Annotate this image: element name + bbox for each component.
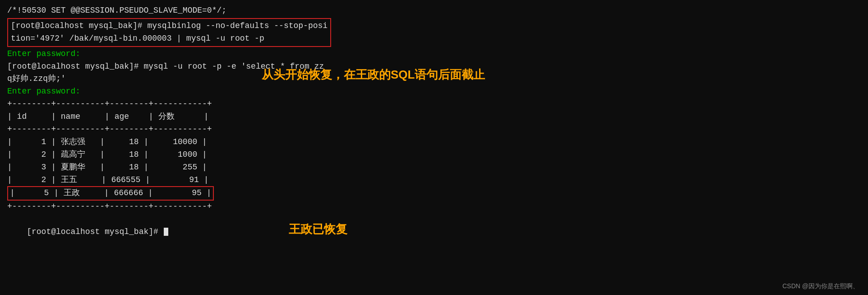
terminal-line-4: Enter password: xyxy=(7,48,861,61)
terminal-line-3: tion='4972' /bak/mysql-bin.000003 | mysq… xyxy=(11,33,328,45)
table-row-5-highlighted: | 5 | 王政 | 666666 | 95 | xyxy=(7,186,214,201)
table-row-5: | 5 | 王政 | 666666 | 95 | xyxy=(10,187,211,200)
terminal-line-7: Enter password: xyxy=(7,85,861,98)
table-row-4: | 2 | 王五 | 666555 | 91 | xyxy=(7,174,861,187)
terminal-line-2: [root@localhost mysql_bak]# mysqlbinlog … xyxy=(11,20,328,33)
table-separator-bottom: +--------+----------+--------+----------… xyxy=(7,201,861,213)
terminal-window: /*!50530 SET @@SESSION.PSEUDO_SLAVE_MODE… xyxy=(0,0,868,295)
cursor xyxy=(164,228,168,236)
table-row-1: | 1 | 张志强 | 18 | 10000 | xyxy=(7,136,861,149)
annotation-recover: 从头开始恢复，在王政的SQL语句后面截止 xyxy=(262,67,485,83)
watermark: CSDN @因为你是在熙啊、 xyxy=(782,282,859,290)
terminal-line-1: /*!50530 SET @@SESSION.PSEUDO_SLAVE_MODE… xyxy=(7,5,861,17)
table-header: | id | name | age | 分数 | xyxy=(7,111,861,123)
prompt-text: [root@localhost mysql_bak]# xyxy=(27,227,163,236)
terminal-prompt-final: [root@localhost mysql_bak]# xyxy=(7,213,861,251)
command-block-highlighted: [root@localhost mysql_bak]# mysqlbinlog … xyxy=(7,18,331,47)
annotation-wangzheng: 王政已恢复 xyxy=(289,221,347,237)
table-separator-top: +--------+----------+--------+----------… xyxy=(7,98,861,111)
table-separator-header: +--------+----------+--------+----------… xyxy=(7,123,861,136)
table-row-2: | 2 | 疏高宁 | 18 | 1000 | xyxy=(7,149,861,161)
table-row-3: | 3 | 夏鹏华 | 18 | 255 | xyxy=(7,161,861,174)
